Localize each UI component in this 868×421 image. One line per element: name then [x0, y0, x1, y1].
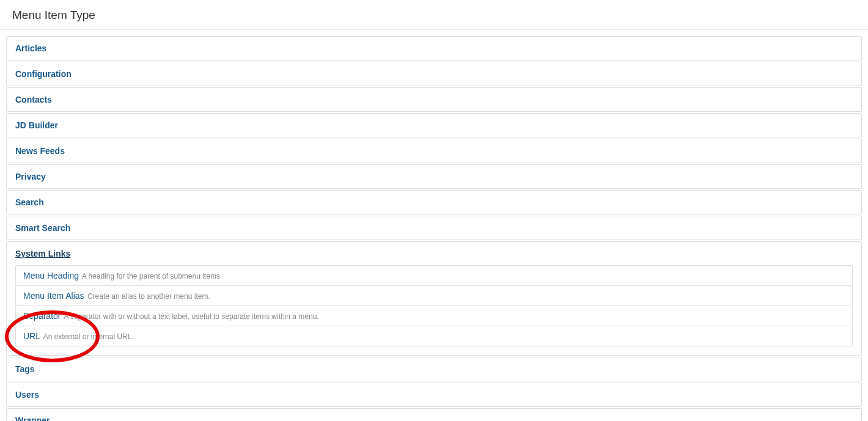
accordion-heading[interactable]: News Feeds — [7, 139, 861, 163]
accordion-panel: Users — [6, 383, 862, 407]
accordion-panel: Wrapper — [6, 408, 862, 421]
accordion-heading-link[interactable]: Contacts — [15, 95, 52, 104]
option-link[interactable]: Separator — [23, 311, 61, 321]
accordion-heading-link[interactable]: Articles — [15, 43, 46, 53]
accordion-heading[interactable]: Configuration — [7, 62, 861, 86]
accordion-panel: Configuration — [6, 62, 862, 86]
menu-type-option[interactable]: Menu Item Alias Create an alias to anoth… — [16, 286, 852, 306]
accordion-panel: Articles — [6, 36, 862, 60]
menu-type-option[interactable]: Separator A separator with or without a … — [16, 306, 852, 326]
accordion-panel: System LinksMenu Heading A heading for t… — [6, 241, 862, 356]
page-title: Menu Item Type — [12, 9, 856, 22]
accordion-panel: JD Builder — [6, 113, 862, 137]
page-header: Menu Item Type — [0, 0, 868, 29]
accordion-heading-link[interactable]: JD Builder — [15, 120, 58, 130]
option-description: Create an alias to another menu item. — [86, 292, 210, 301]
accordion-panel: Privacy — [6, 164, 862, 189]
accordion-heading-link[interactable]: Privacy — [15, 172, 46, 181]
accordion-heading-link[interactable]: Tags — [15, 364, 35, 374]
accordion-heading[interactable]: Articles — [7, 37, 861, 60]
accordion-panel: Search — [6, 190, 862, 214]
accordion-heading[interactable]: Wrapper — [7, 409, 861, 421]
option-description: An external or internal URL. — [42, 332, 134, 341]
accordion-heading[interactable]: Privacy — [7, 165, 861, 188]
accordion-heading[interactable]: System Links — [7, 242, 861, 265]
menu-type-option[interactable]: Menu Heading A heading for the parent of… — [16, 266, 852, 285]
accordion-heading-link[interactable]: Smart Search — [15, 223, 70, 233]
menu-type-option[interactable]: URL An external or internal URL. — [16, 326, 852, 346]
option-description: A separator with or without a text label… — [62, 312, 318, 321]
accordion-heading[interactable]: Search — [7, 191, 861, 214]
accordion-heading[interactable]: Tags — [7, 357, 861, 381]
accordion-heading[interactable]: Smart Search — [7, 216, 861, 240]
panel-container: ArticlesConfigurationContactsJD BuilderN… — [0, 36, 868, 421]
list-item: Menu Heading A heading for the parent of… — [15, 265, 853, 286]
sub-panel-container: Menu Heading A heading for the parent of… — [7, 265, 861, 355]
header-divider — [0, 29, 868, 30]
accordion-heading-link[interactable]: Users — [15, 390, 39, 400]
accordion-panel: Contacts — [6, 87, 862, 112]
option-description: A heading for the parent of submenu item… — [80, 272, 222, 280]
accordion-heading-link[interactable]: Search — [15, 197, 44, 207]
accordion-heading[interactable]: Users — [7, 383, 861, 406]
accordion-heading[interactable]: JD Builder — [7, 114, 861, 137]
accordion-heading-link[interactable]: System Links — [15, 249, 70, 258]
option-link[interactable]: Menu Item Alias — [23, 291, 84, 301]
list-item: Menu Item Alias Create an alias to anoth… — [15, 285, 853, 306]
list-item: Separator A separator with or without a … — [15, 306, 853, 326]
accordion-heading-link[interactable]: News Feeds — [15, 146, 65, 156]
accordion-heading[interactable]: Contacts — [7, 88, 861, 111]
accordion-panel: News Feeds — [6, 139, 862, 163]
option-link[interactable]: Menu Heading — [23, 271, 79, 280]
list-item: URL An external or internal URL. — [15, 326, 853, 346]
accordion-heading-link[interactable]: Configuration — [15, 69, 72, 79]
accordion-heading-link[interactable]: Wrapper — [15, 416, 50, 421]
accordion-panel: Tags — [6, 357, 862, 381]
accordion-panel: Smart Search — [6, 216, 862, 240]
option-link[interactable]: URL — [23, 331, 40, 341]
